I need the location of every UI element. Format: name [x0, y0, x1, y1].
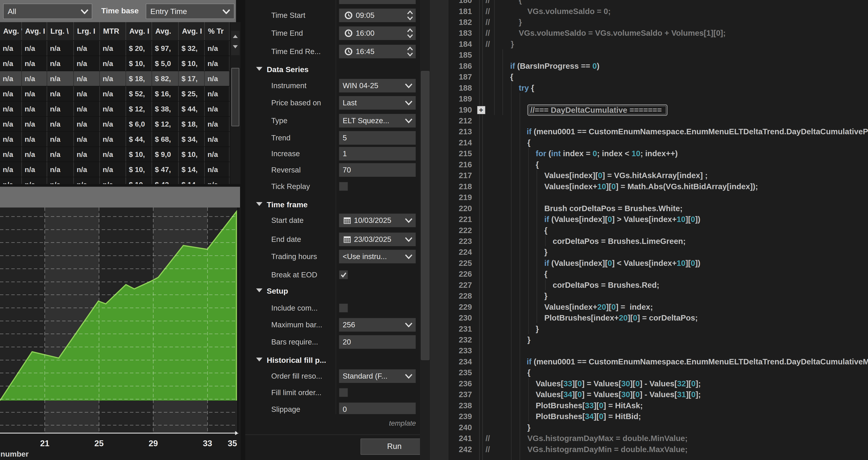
- svg-text:29: 29: [149, 439, 158, 448]
- svg-text:33: 33: [203, 439, 212, 448]
- svg-text:35: 35: [228, 439, 237, 448]
- svg-text:21: 21: [40, 439, 49, 448]
- svg-text:25: 25: [94, 439, 103, 448]
- svg-text:number: number: [0, 450, 29, 458]
